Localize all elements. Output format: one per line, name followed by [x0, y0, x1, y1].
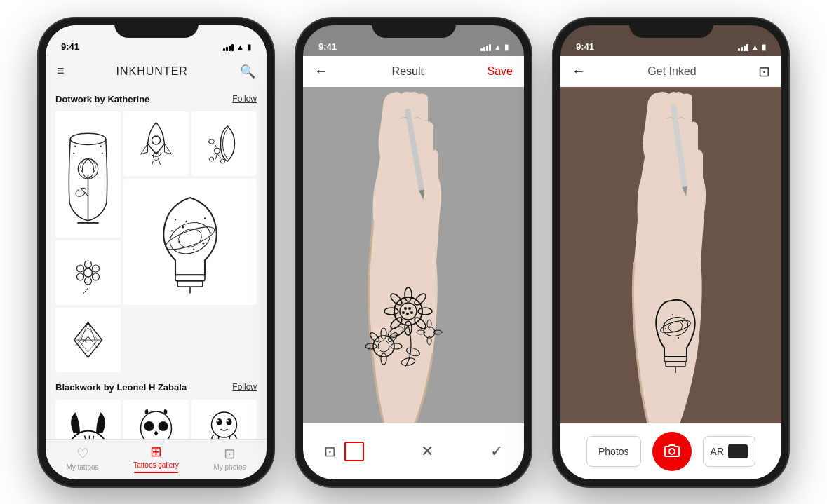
svg-point-33	[175, 219, 176, 220]
battery-icon-2: ▮	[504, 43, 509, 52]
svg-point-133	[678, 337, 679, 339]
section-title-2: Blackwork by Leonel H Zabala	[55, 382, 187, 393]
camera-button[interactable]	[652, 432, 692, 471]
svg-point-8	[74, 145, 76, 147]
tattoo-flowers-svg	[60, 245, 116, 301]
getinked-title: Get Inked	[647, 65, 696, 78]
battery-icon-3: ▮	[762, 43, 766, 52]
svg-line-19	[215, 144, 217, 148]
time-2: 9:41	[318, 41, 337, 52]
result-title: Result	[392, 65, 424, 78]
svg-point-20	[209, 139, 215, 144]
tattoo-cell-creature[interactable]	[191, 400, 257, 439]
ar-preview-thumbnail	[728, 444, 748, 458]
svg-line-12	[152, 161, 154, 165]
status-icons-2: ▲ ▮	[480, 43, 509, 52]
tab-gallery-label: Tattoos gallery	[133, 461, 178, 469]
save-button[interactable]: Save	[488, 65, 513, 78]
confirm-button-result[interactable]: ✓	[490, 442, 503, 461]
tab-gallery[interactable]: ⊞ Tattoos gallery	[119, 443, 193, 473]
wifi-icon-2: ▲	[494, 43, 502, 51]
notch-3	[629, 18, 713, 38]
result-bottom: ⊡ ✕ ✓	[303, 423, 524, 479]
tab-bar: ♡ My tattoos ⊞ Tattoos gallery ⊡ My phot…	[46, 439, 267, 479]
svg-rect-21	[175, 275, 205, 280]
svg-point-40	[93, 273, 100, 280]
ar-label: AR	[711, 446, 724, 457]
svg-point-130	[665, 328, 666, 329]
section-header-2: Blackwork by Leonel H Zabala Follow	[55, 382, 257, 393]
tattoo-rose-svg	[60, 116, 116, 233]
tattoo-cell-flowers[interactable]	[55, 240, 121, 305]
search-icon[interactable]: 🔍	[240, 64, 255, 79]
grid-icon: ⊞	[150, 443, 162, 460]
signal-icon-2	[480, 43, 491, 51]
follow-button-2[interactable]: Follow	[232, 382, 257, 392]
svg-point-7	[102, 152, 103, 154]
svg-point-18	[221, 159, 225, 163]
share-icon[interactable]: ⊡	[758, 63, 770, 80]
gallery-scroll[interactable]: Dotwork by Katherine Follow	[46, 87, 267, 439]
svg-point-73	[217, 418, 222, 425]
wifi-icon-3: ▲	[751, 43, 759, 51]
svg-point-129	[682, 320, 683, 322]
svg-point-0	[70, 133, 106, 144]
svg-point-131	[684, 332, 685, 333]
svg-point-36	[210, 232, 211, 233]
tattoo-cell-moon-flower[interactable]	[191, 111, 257, 176]
getinked-nav: ← Get Inked ⊡	[560, 56, 781, 87]
back-button-result[interactable]: ←	[314, 63, 328, 79]
tab-my-tattoos[interactable]: ♡ My tattoos	[46, 445, 119, 471]
section-header-1: Dotwork by Katherine Follow	[55, 94, 257, 104]
back-button-getinked[interactable]: ←	[572, 63, 586, 79]
svg-line-15	[216, 154, 217, 159]
phone-get-inked: 9:41 ▲ ▮ ← Get Inked ⊡	[553, 18, 788, 486]
svg-point-132	[672, 314, 673, 315]
svg-point-27	[201, 230, 202, 231]
battery-icon: ▮	[247, 43, 251, 52]
svg-point-102	[402, 311, 405, 314]
photos-button[interactable]: Photos	[586, 436, 641, 467]
svg-point-134	[669, 449, 675, 454]
getinked-image-area	[560, 87, 781, 423]
svg-point-32	[163, 222, 217, 254]
svg-line-13	[159, 161, 161, 165]
svg-point-68	[159, 421, 168, 431]
tattoo-cell-demon[interactable]	[55, 400, 121, 439]
ar-button[interactable]: AR	[703, 436, 755, 467]
tattoo-cell-diamond[interactable]	[55, 308, 121, 372]
time-1: 9:41	[61, 41, 79, 52]
app-title: INKHUNTER	[116, 65, 188, 78]
svg-point-42	[77, 273, 84, 280]
tattoo-cell-rocket[interactable]	[123, 111, 189, 176]
svg-rect-22	[177, 280, 203, 286]
tattoo-cell-rose[interactable]	[55, 111, 121, 238]
follow-button-1[interactable]: Follow	[232, 94, 257, 104]
svg-point-35	[171, 230, 173, 231]
svg-point-38	[85, 261, 92, 268]
signal-icon-3	[738, 43, 748, 51]
svg-point-6	[73, 152, 74, 154]
tattoo-cell-skull[interactable]	[123, 400, 189, 439]
cancel-button-result[interactable]: ✕	[421, 442, 433, 461]
result-hand-svg	[303, 87, 524, 423]
tattoo-cell-galaxy-bulb[interactable]	[123, 179, 257, 305]
svg-line-17	[217, 154, 221, 158]
section-title-1: Dotwork by Katherine	[55, 94, 149, 104]
frame-selector[interactable]	[344, 442, 364, 461]
tab-my-tattoos-label: My tattoos	[66, 463, 98, 471]
tab-my-photos[interactable]: ⊡ My photos	[193, 445, 267, 471]
notch-2	[372, 18, 456, 38]
svg-point-74	[227, 418, 232, 425]
menu-icon[interactable]: ≡	[57, 64, 65, 79]
svg-point-26	[182, 226, 184, 228]
svg-point-43	[77, 265, 84, 272]
crop-icon[interactable]: ⊡	[324, 443, 336, 460]
phone-result: 9:41 ▲ ▮ ← Result Save	[296, 18, 531, 486]
tattoo-demon-svg	[60, 404, 116, 439]
wifi-icon: ▲	[236, 43, 244, 51]
svg-point-10	[152, 136, 161, 144]
svg-point-100	[410, 311, 413, 314]
tattoo-skull-svg	[128, 404, 184, 439]
svg-point-14	[215, 148, 220, 154]
